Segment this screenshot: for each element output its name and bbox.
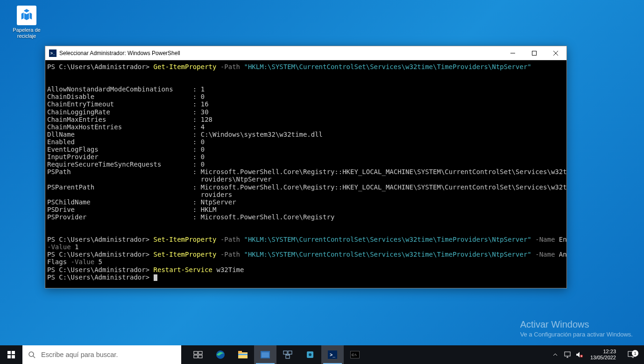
network-icon[interactable]: [563, 351, 572, 358]
search-icon: [28, 351, 35, 358]
desktop[interactable]: Papelera de reciclaje >_ Seleccionar Adm…: [0, 0, 644, 364]
task-view-icon[interactable]: [187, 345, 209, 364]
svg-rect-7: [12, 355, 15, 358]
svg-rect-13: [198, 355, 202, 358]
server-manager-icon[interactable]: [276, 345, 299, 364]
window-app-icon[interactable]: [254, 345, 276, 364]
edge-icon[interactable]: [209, 345, 232, 364]
search-input[interactable]: Escribe aquí para buscar.: [22, 345, 181, 364]
terminal-body[interactable]: PS C:\Users\Administrador> Get-ItemPrope…: [45, 60, 566, 288]
svg-rect-4: [7, 351, 11, 354]
svg-point-26: [309, 353, 311, 356]
recycle-bin-label: Papelera de reciclaje: [10, 27, 43, 39]
svg-marker-30: [576, 352, 580, 357]
search-placeholder: Escribe aquí para buscar.: [41, 351, 118, 358]
svg-rect-16: [238, 351, 242, 353]
svg-rect-20: [283, 351, 287, 354]
activation-watermark: Activar Windows Ve a Configuración para …: [520, 319, 633, 338]
file-explorer-icon[interactable]: [232, 345, 254, 364]
svg-rect-6: [7, 355, 11, 358]
svg-rect-1: [532, 51, 537, 55]
tray-chevron-icon[interactable]: [551, 352, 559, 357]
svg-line-9: [33, 356, 35, 358]
svg-rect-21: [288, 351, 292, 354]
clock-time: 12:23: [590, 349, 616, 355]
start-button[interactable]: [0, 345, 22, 364]
svg-point-8: [29, 352, 34, 357]
watermark-subtitle: Ve a Configuración para activar Windows.: [520, 331, 633, 338]
notifications-icon[interactable]: 1: [623, 351, 641, 358]
close-button[interactable]: [545, 46, 566, 60]
cmd-taskbar-icon[interactable]: C:\: [344, 345, 366, 364]
notification-badge: 1: [632, 350, 638, 357]
svg-rect-5: [12, 351, 15, 354]
taskbar-apps: >_ C:\: [187, 345, 366, 364]
minimize-button[interactable]: [502, 46, 524, 60]
recycle-bin-icon[interactable]: Papelera de reciclaje: [10, 6, 43, 39]
window-title: Seleccionar Administrador: Windows Power…: [59, 50, 502, 56]
clock-date: 13/05/2022: [590, 355, 616, 361]
svg-rect-12: [194, 355, 198, 358]
system-tray: 12:23 13/05/2022 1: [548, 345, 644, 364]
svg-rect-11: [198, 351, 202, 354]
svg-rect-10: [194, 351, 198, 354]
recycle-bin-glyph: [17, 6, 36, 25]
svg-rect-22: [286, 355, 290, 358]
volume-icon[interactable]: [575, 351, 584, 358]
clock[interactable]: 12:23 13/05/2022: [587, 349, 619, 360]
svg-rect-19: [262, 352, 269, 357]
window-titlebar[interactable]: >_ Seleccionar Administrador: Windows Po…: [45, 46, 566, 60]
powershell-icon: >_: [49, 49, 57, 57]
maximize-button[interactable]: [524, 46, 545, 60]
taskbar: Escribe aquí para buscar. >_ C:\ 12:23 1…: [0, 345, 644, 364]
svg-rect-17: [238, 354, 248, 355]
settings-app-icon[interactable]: [299, 345, 321, 364]
watermark-title: Activar Windows: [520, 319, 633, 330]
powershell-window: >_ Seleccionar Administrador: Windows Po…: [45, 46, 567, 288]
svg-rect-27: [565, 352, 570, 356]
powershell-taskbar-icon[interactable]: >_: [321, 345, 344, 364]
